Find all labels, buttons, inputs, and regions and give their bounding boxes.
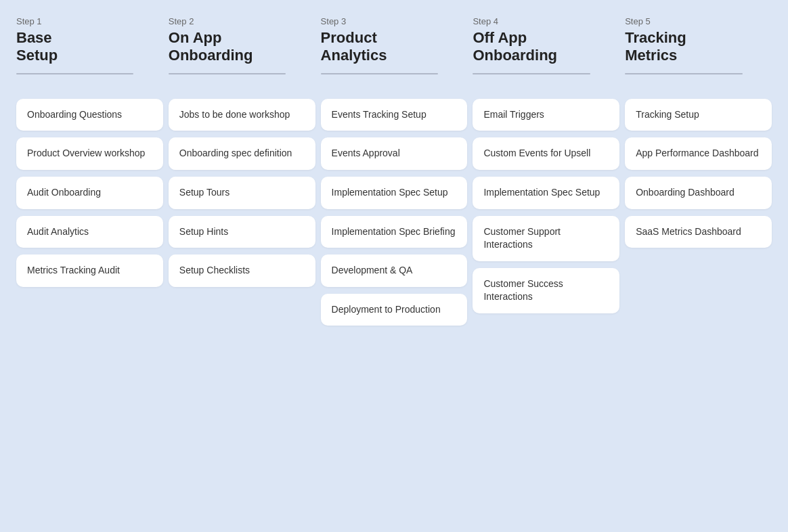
card-step1-0[interactable]: Onboarding Questions [16,99,163,131]
card-step4-4[interactable]: Customer Success Interactions [473,268,619,313]
cards-container-step3: Events Tracking SetupEvents ApprovalImpl… [321,99,468,326]
divider-step1 [16,73,133,74]
card-step5-3[interactable]: SaaS Metrics Dashboard [625,216,772,248]
step-title-step2: On AppOnboarding [169,29,315,65]
column-step3: Step 3ProductAnalyticsEvents Tracking Se… [321,16,468,326]
card-step2-0[interactable]: Jobs to be done workshop [169,99,315,131]
step-title-step3: ProductAnalytics [321,29,468,65]
step-label-step5: Step 5 [625,16,772,26]
column-header-step2: Step 2On AppOnboarding [169,16,315,74]
step-title-step5: TrackingMetrics [625,29,772,65]
card-step4-1[interactable]: Custom Events for Upsell [473,137,619,170]
column-header-step1: Step 1BaseSetup [16,16,163,74]
column-header-step3: Step 3ProductAnalytics [321,16,468,74]
card-step4-2[interactable]: Implementation Spec Setup [473,177,619,209]
column-header-step5: Step 5TrackingMetrics [625,16,772,74]
card-step5-0[interactable]: Tracking Setup [625,99,772,131]
column-header-step4: Step 4Off AppOnboarding [473,16,619,74]
card-step1-4[interactable]: Metrics Tracking Audit [16,254,163,287]
card-step4-0[interactable]: Email Triggers [473,99,619,131]
card-step3-4[interactable]: Development & QA [321,254,468,287]
kanban-board: Step 1BaseSetupOnboarding QuestionsProdu… [16,16,772,326]
step-label-step2: Step 2 [169,16,315,26]
divider-step2 [169,73,286,74]
card-step2-4[interactable]: Setup Checklists [169,254,315,287]
step-label-step4: Step 4 [473,16,619,26]
cards-container-step1: Onboarding QuestionsProduct Overview wor… [16,99,163,287]
card-step3-5[interactable]: Deployment to Production [321,294,468,326]
column-step5: Step 5TrackingMetricsTracking SetupApp P… [625,16,772,326]
step-label-step1: Step 1 [16,16,163,26]
card-step2-1[interactable]: Onboarding spec definition [169,137,315,170]
column-step4: Step 4Off AppOnboardingEmail TriggersCus… [473,16,619,326]
card-step2-3[interactable]: Setup Hints [169,216,315,248]
card-step3-3[interactable]: Implementation Spec Briefing [321,216,468,248]
card-step1-3[interactable]: Audit Analytics [16,216,163,248]
card-step5-1[interactable]: App Performance Dashboard [625,137,772,170]
step-label-step3: Step 3 [321,16,468,26]
divider-step4 [473,73,590,74]
card-step3-2[interactable]: Implementation Spec Setup [321,177,468,209]
column-step1: Step 1BaseSetupOnboarding QuestionsProdu… [16,16,163,326]
card-step2-2[interactable]: Setup Tours [169,177,315,209]
card-step1-1[interactable]: Product Overview workshop [16,137,163,170]
column-step2: Step 2On AppOnboardingJobs to be done wo… [169,16,315,326]
card-step5-2[interactable]: Onboarding Dashboard [625,177,772,209]
cards-container-step5: Tracking SetupApp Performance DashboardO… [625,99,772,248]
card-step4-3[interactable]: Customer Support Interactions [473,216,619,261]
step-title-step4: Off AppOnboarding [473,29,619,65]
cards-container-step2: Jobs to be done workshopOnboarding spec … [169,99,315,287]
step-title-step1: BaseSetup [16,29,163,65]
card-step3-0[interactable]: Events Tracking Setup [321,99,468,131]
card-step1-2[interactable]: Audit Onboarding [16,177,163,209]
cards-container-step4: Email TriggersCustom Events for UpsellIm… [473,99,619,313]
divider-step3 [321,73,438,74]
divider-step5 [625,73,742,74]
card-step3-1[interactable]: Events Approval [321,137,468,170]
